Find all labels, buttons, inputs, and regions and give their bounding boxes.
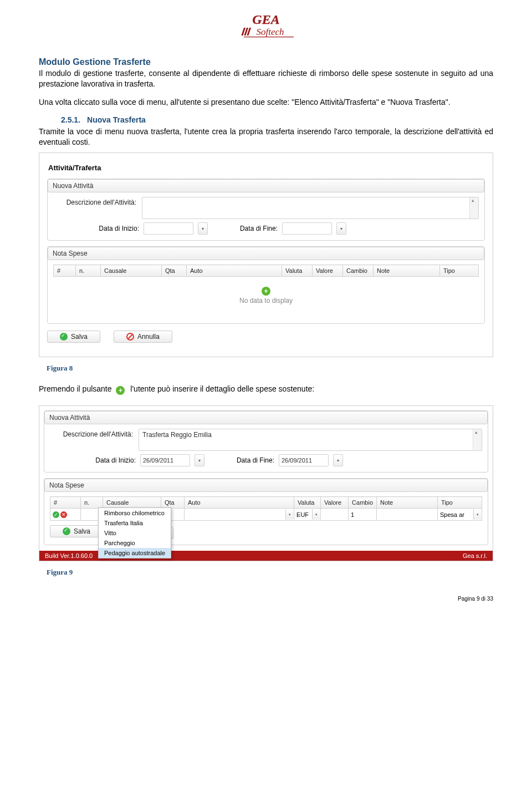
activity-group-2: Nuova Attività Descrizione dell'Attività… xyxy=(44,410,488,473)
col-auto[interactable]: Auto xyxy=(185,497,294,509)
col-valuta[interactable]: Valuta xyxy=(282,265,313,277)
no-data-text: No data to display xyxy=(239,297,293,304)
col-cambio[interactable]: Cambio xyxy=(343,265,374,277)
end-date-label: Data di Fine: xyxy=(233,225,278,232)
figure9-caption: Figura 9 xyxy=(47,568,493,577)
col-auto[interactable]: Auto xyxy=(187,265,282,277)
cell-tipo[interactable]: Spesa ar▾ xyxy=(438,509,482,521)
col-hash[interactable]: # xyxy=(50,497,81,509)
desc-input-2[interactable]: Trasferta Reggio Emilia xyxy=(139,429,482,451)
expenses-group: Nota Spese # n. Causale Qta Auto Valuta … xyxy=(47,246,485,324)
svg-text:GEA: GEA xyxy=(252,12,279,27)
expenses-group-header-2: Nota Spese xyxy=(44,479,488,492)
no-data-placeholder: + No data to display xyxy=(53,277,479,318)
start-date-input[interactable] xyxy=(144,222,193,235)
activity-group: Nuova Attività Descrizione dell'Attività… xyxy=(47,179,485,241)
cell-valuta[interactable]: EUF▾ xyxy=(294,509,321,521)
subsection-number: 2.5.1. xyxy=(61,115,80,124)
subsection-title: Nuova Trasferta xyxy=(87,115,146,124)
desc-input[interactable] xyxy=(142,197,479,219)
desc-label: Descrizione dell'Attività: xyxy=(53,197,142,206)
dropdown-option[interactable]: Vitto xyxy=(99,528,171,538)
add-row-icon[interactable]: + xyxy=(262,287,270,296)
subsection-heading: 2.5.1.Nuova Trasferta xyxy=(61,115,493,124)
mid-text: Premendo il pulsante + l'utente può inse… xyxy=(39,384,493,394)
row-cancel-icon[interactable]: ✕ xyxy=(60,511,67,518)
cancel-icon xyxy=(126,333,134,341)
dropdown-option-selected[interactable]: Pedaggio autostradale xyxy=(99,548,171,558)
col-valore[interactable]: Valore xyxy=(313,265,343,277)
svg-text:Softech: Softech xyxy=(256,27,284,37)
expenses-group-2: Nota Spese # n. Causale Qta Auto Valuta … xyxy=(44,478,488,545)
col-tipo[interactable]: Tipo xyxy=(440,265,479,277)
scrollbar[interactable] xyxy=(473,429,482,450)
start-date-dropdown-2[interactable]: ▾ xyxy=(195,454,204,466)
cell-note[interactable] xyxy=(377,509,438,521)
col-valore[interactable]: Valore xyxy=(321,497,349,509)
row-actions[interactable]: ✓✕ xyxy=(50,509,81,521)
scrollbar[interactable] xyxy=(469,197,478,219)
col-qta[interactable]: Qta xyxy=(161,497,185,509)
dropdown-option[interactable]: Trasferta Italia xyxy=(99,518,171,528)
figure9-panel: Nuova Attività Descrizione dell'Attività… xyxy=(39,405,493,561)
col-valuta[interactable]: Valuta xyxy=(294,497,321,509)
cancel-button[interactable]: Annulla xyxy=(114,331,172,343)
dropdown-option[interactable]: Rimborso chilometrico xyxy=(99,508,171,518)
col-tipo[interactable]: Tipo xyxy=(438,497,482,509)
valuta-dropdown-btn[interactable]: ▾ xyxy=(312,509,320,520)
button-row: Salva Annulla xyxy=(47,331,485,343)
dropdown-option[interactable]: Parcheggio xyxy=(99,538,171,548)
plus-icon: + xyxy=(116,385,125,396)
save-button[interactable]: Salva xyxy=(47,331,100,343)
start-date-input-2[interactable]: 26/09/2011 xyxy=(140,454,190,466)
figure8-caption: Figura 8 xyxy=(47,364,493,373)
auto-dropdown-btn[interactable]: ▾ xyxy=(285,509,293,520)
desc-label-2: Descrizione dell'Attività: xyxy=(50,429,139,438)
figure8-panel: Attività/Traferta Nuova Attività Descriz… xyxy=(39,153,493,357)
col-qta[interactable]: Qta xyxy=(162,265,187,277)
row-confirm-icon[interactable]: ✓ xyxy=(53,511,59,518)
status-company: Gea s.r.l. xyxy=(463,552,487,559)
col-cambio[interactable]: Cambio xyxy=(349,497,377,509)
company-logo: GEA Softech xyxy=(39,11,493,43)
start-date-label-2: Data di Inizio: xyxy=(83,456,136,464)
status-build: Build Ver.1.0.60.0 xyxy=(45,552,93,559)
check-icon xyxy=(60,333,68,341)
cell-cambio[interactable]: 1 xyxy=(349,509,377,521)
section-p1: Il modulo di gestione trasferte, consent… xyxy=(39,68,493,89)
col-hash[interactable]: # xyxy=(54,265,76,277)
subsection-body: Tramite la voce di menu nuova trasferta,… xyxy=(39,126,493,148)
save-button-2[interactable]: Salva xyxy=(50,525,103,537)
start-date-label: Data di Inizio: xyxy=(86,225,139,232)
page-footer: Pagina 9 di 33 xyxy=(458,596,493,602)
col-causale[interactable]: Causale xyxy=(103,497,161,509)
causale-dropdown-menu[interactable]: Rimborso chilometrico Trasferta Italia V… xyxy=(98,507,171,558)
col-n[interactable]: n. xyxy=(76,265,101,277)
check-icon xyxy=(63,527,70,535)
cell-auto[interactable]: ▾ xyxy=(185,509,294,521)
expenses-group-header: Nota Spese xyxy=(48,247,484,260)
col-n[interactable]: n. xyxy=(81,497,103,509)
activity-group-header: Nuova Attività xyxy=(48,179,484,192)
col-causale[interactable]: Causale xyxy=(101,265,162,277)
start-date-dropdown[interactable]: ▾ xyxy=(198,222,208,235)
section-title: Modulo Gestione Trasferte xyxy=(39,57,493,67)
cell-valore[interactable] xyxy=(321,509,349,521)
panel-title: Attività/Traferta xyxy=(47,161,485,179)
col-note[interactable]: Note xyxy=(377,497,438,509)
tipo-dropdown-btn[interactable]: ▾ xyxy=(473,509,481,520)
end-date-dropdown-2[interactable]: ▾ xyxy=(333,454,343,466)
end-date-label-2: Data di Fine: xyxy=(230,456,274,464)
section-p2: Una volta cliccato sulla voce di menu, a… xyxy=(39,97,493,108)
activity-group-header-2: Nuova Attività xyxy=(44,411,488,424)
end-date-dropdown[interactable]: ▾ xyxy=(336,222,346,235)
expenses-table: # n. Causale Qta Auto Valuta Valore Camb… xyxy=(53,265,479,277)
end-date-input-2[interactable]: 26/09/2011 xyxy=(279,454,329,466)
end-date-input[interactable] xyxy=(282,222,332,235)
col-note[interactable]: Note xyxy=(374,265,440,277)
